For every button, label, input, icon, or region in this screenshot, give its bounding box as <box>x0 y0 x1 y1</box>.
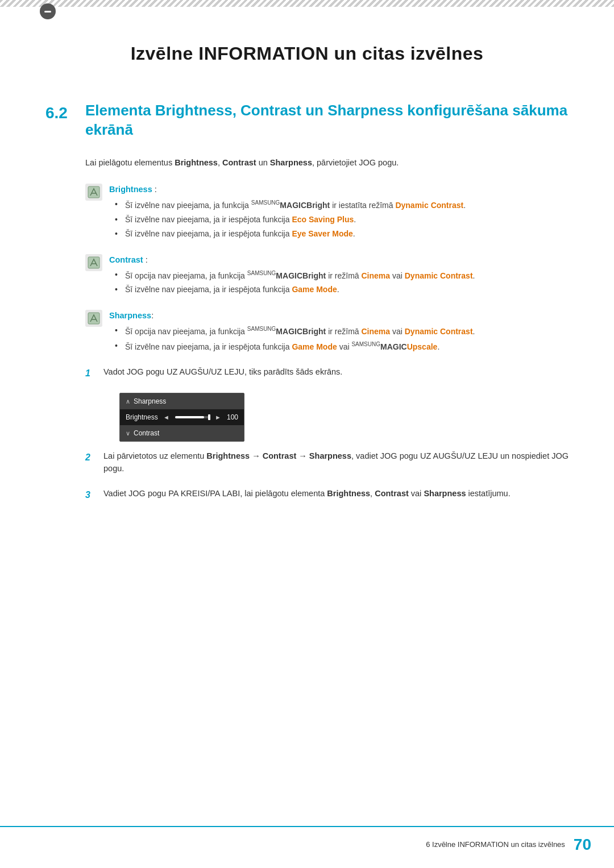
brightness-content: Brightness : Šī izvēlne nav pieejama, ja… <box>109 183 569 242</box>
sharpness-block: Sharpness: Šī opcija nav pieejama, ja fu… <box>85 309 569 355</box>
contrast-label: Contrast <box>109 255 143 264</box>
osd-down-arrow: ∨ <box>126 429 130 438</box>
sharpness-bullets: Šī opcija nav pieejama, ja funkcija SAMS… <box>109 325 569 352</box>
osd-brightness-label: Brightness <box>126 412 160 422</box>
sharpness-icon <box>85 310 102 327</box>
step-2-number: 2 <box>85 451 96 464</box>
page-footer: 6 Izvēlne INFORMATION un citas izvēlnes … <box>0 826 614 857</box>
brightness-bullet-2: Šī izvēlne nav pieejama, ja ir iespējota… <box>115 214 569 226</box>
osd-left-arrow: ◄ <box>163 413 169 422</box>
sharpness-bullet-1: Šī opcija nav pieejama, ja funkcija SAMS… <box>115 325 569 338</box>
osd-sharpness-row: ∧ Sharpness <box>120 393 244 409</box>
step-2-text: Lai pārvietotos uz elementu Brightness →… <box>103 450 569 475</box>
osd-up-arrow: ∧ <box>126 397 130 406</box>
contrast-block: Contrast : Šī opcija nav pieejama, ja fu… <box>85 254 569 298</box>
sharpness-label: Sharpness <box>109 311 151 320</box>
osd-brightness-row: Brightness ◄ ► 100 <box>120 409 244 425</box>
osd-contrast-label: Contrast <box>134 428 238 438</box>
brightness-bullet-3: Šī izvēlne nav pieejama, ja ir iespējota… <box>115 228 569 240</box>
osd-slider-thumb <box>208 414 210 420</box>
step-1-text: Vadot JOG pogu UZ AUGŠU/UZ LEJU, tiks pa… <box>103 366 569 379</box>
step-3-number: 3 <box>85 488 96 502</box>
step-1: 1 Vadot JOG pogu UZ AUGŠU/UZ LEJU, tiks … <box>85 366 569 380</box>
osd-menu: ∧ Sharpness Brightness ◄ ► 100 ∨ Contras… <box>119 393 244 442</box>
brightness-icon <box>85 184 102 201</box>
sharpness-content: Sharpness: Šī opcija nav pieejama, ja fu… <box>109 309 569 355</box>
footer-page-number: 70 <box>574 833 591 857</box>
contrast-content: Contrast : Šī opcija nav pieejama, ja fu… <box>109 254 569 298</box>
top-circle-icon <box>40 3 56 19</box>
sharpness-colon: : <box>151 311 154 320</box>
brightness-bullets: Šī izvēlne nav pieejama, ja funkcija SAM… <box>109 198 569 240</box>
contrast-bullet-1: Šī opcija nav pieejama, ja funkcija SAMS… <box>115 269 569 282</box>
brightness-bullet-1: Šī izvēlne nav pieejama, ja funkcija SAM… <box>115 198 569 211</box>
page-title: Izvēlne INFORMATION un citas izvēlnes <box>45 40 569 67</box>
osd-contrast-row: ∨ Contrast <box>120 425 244 441</box>
step-1-number: 1 <box>85 367 96 380</box>
contrast-bullet-2: Šī izvēlne nav pieejama, ja ir iespējota… <box>115 284 569 296</box>
contrast-icon <box>85 254 102 271</box>
osd-brightness-value: 100 <box>225 412 238 422</box>
osd-slider-track <box>175 416 209 418</box>
footer-text: 6 Izvēlne INFORMATION un citas izvēlnes <box>426 839 565 850</box>
brightness-colon: : <box>152 185 157 194</box>
section-heading: 6.2 Elementa Brightness, Contrast un Sha… <box>45 101 569 140</box>
osd-sharpness-label: Sharpness <box>134 396 238 406</box>
step-3-text: Vadiet JOG pogu PA KREISI/PA LABI, lai p… <box>103 488 569 500</box>
top-border <box>0 0 614 7</box>
step-2: 2 Lai pārvietotos uz elementu Brightness… <box>85 450 569 475</box>
intro-text: Lai pielāgotu elementus Brightness, Cont… <box>85 157 569 169</box>
contrast-bullets: Šī opcija nav pieejama, ja funkcija SAMS… <box>109 269 569 296</box>
section-number: 6.2 <box>45 101 74 125</box>
brightness-block: Brightness : Šī izvēlne nav pieejama, ja… <box>85 183 569 242</box>
section-title: Elementa Brightness, Contrast un Sharpne… <box>85 101 569 140</box>
contrast-colon: : <box>143 255 148 264</box>
osd-slider-fill <box>175 416 204 418</box>
sharpness-bullet-2: Šī izvēlne nav pieejama, ja ir iespējota… <box>115 340 569 353</box>
osd-right-arrow: ► <box>215 413 221 422</box>
step-3: 3 Vadiet JOG pogu PA KREISI/PA LABI, lai… <box>85 488 569 502</box>
brightness-label: Brightness <box>109 185 152 194</box>
